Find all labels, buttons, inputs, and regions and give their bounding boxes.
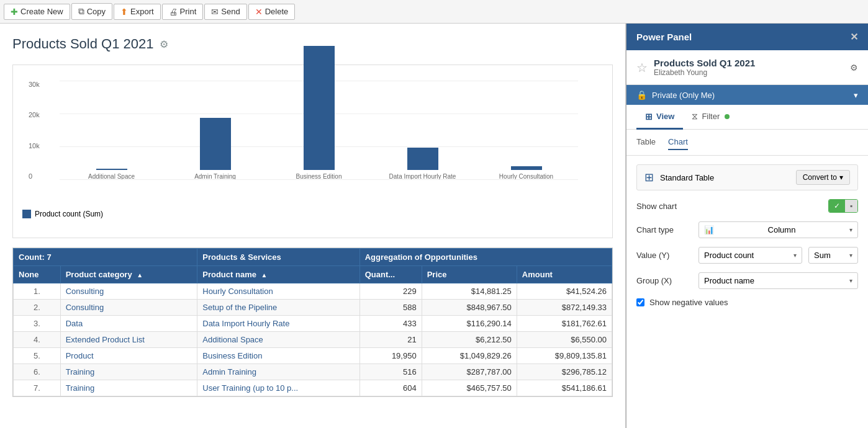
row-num: 7. — [14, 380, 61, 396]
table-row: 1. Consulting Hourly Consultation 229 $1… — [14, 283, 612, 300]
toggle-off-state: ▪ — [845, 200, 857, 212]
table-type-row: ⊞ Standard Table Convert to ▾ — [636, 164, 858, 190]
pp-gear-icon[interactable]: ⚙ — [850, 63, 858, 73]
col-product-name[interactable]: Product name ▲ — [197, 266, 359, 283]
row-price: $287,787.00 — [422, 364, 517, 380]
page-title: Products Sold Q1 2021 — [12, 36, 153, 52]
value-y-value: Product count — [704, 251, 754, 260]
bar-group-4: Data Import Hourly Rate — [371, 148, 474, 180]
row-product: Hourly Consultation — [197, 283, 359, 300]
row-qty: 433 — [359, 316, 422, 332]
row-num: 4. — [14, 332, 61, 348]
bar-chart: 30k 20k 10k 0 Additional Space — [22, 74, 603, 198]
group-x-chevron: ▾ — [849, 277, 852, 284]
row-amount: $41,524.26 — [517, 283, 612, 300]
row-price: $1,049,829.26 — [422, 348, 517, 364]
pp-report-name: Products Sold Q1 2021 — [654, 58, 844, 68]
chart-type-value: Column — [768, 225, 796, 234]
agg-header: Aggregation of Opportunities — [359, 249, 612, 266]
subtab-chart[interactable]: Chart — [668, 135, 688, 150]
pp-header: Power Panel ✕ — [626, 24, 868, 50]
row-price: $14,881.25 — [422, 283, 517, 300]
export-icon: ⬆ — [120, 7, 128, 17]
pp-subtabs-row: Table Chart — [626, 130, 868, 156]
chart-container: 30k 20k 10k 0 Additional Space — [12, 65, 613, 238]
delete-icon: ✕ — [255, 7, 263, 17]
show-negative-label[interactable]: Show negative values — [649, 298, 728, 307]
row-category: Consulting — [60, 283, 197, 300]
value-y-chevron: ▾ — [793, 252, 797, 259]
row-category: Training — [60, 380, 197, 396]
delete-button[interactable]: ✕ Delete — [248, 4, 296, 20]
row-qty: 588 — [359, 300, 422, 316]
export-button[interactable]: ⬆ Export — [114, 4, 161, 20]
row-product: Additional Space — [197, 332, 359, 348]
table-row: 5. Product Business Edition 19,950 $1,04… — [14, 348, 612, 364]
pp-privacy-text: Private (Only Me) — [652, 91, 849, 100]
row-product: Business Edition — [197, 348, 359, 364]
value-y-label: Value (Y) — [636, 251, 692, 260]
legend-color-box — [22, 210, 31, 218]
value-y-select[interactable]: Product count ▾ — [698, 247, 802, 264]
products-header: Products & Services — [197, 249, 359, 266]
send-button[interactable]: ✉ Send — [204, 4, 246, 20]
y-axis: 30k 20k 10k 0 — [29, 81, 40, 180]
toggle-on-state: ✓ — [829, 200, 845, 212]
row-category: Data — [60, 316, 197, 332]
create-new-button[interactable]: ✚ Create New — [4, 4, 70, 20]
row-amount: $6,550.00 — [517, 332, 612, 348]
row-qty: 604 — [359, 380, 422, 396]
bar-additional-space — [96, 169, 127, 170]
privacy-chevron-icon[interactable]: ▾ — [854, 91, 858, 100]
row-qty: 19,950 — [359, 348, 422, 364]
row-price: $6,212.50 — [422, 332, 517, 348]
power-panel: Power Panel ✕ ☆ Products Sold Q1 2021 El… — [626, 24, 868, 428]
value-y-agg-chevron: ▾ — [849, 252, 852, 259]
table-type-label: Standard Table — [660, 173, 790, 182]
print-button[interactable]: 🖨 Print — [162, 4, 204, 20]
row-product: Admin Training — [197, 364, 359, 380]
favorite-star-icon[interactable]: ☆ — [636, 60, 648, 75]
row-amount: $872,149.33 — [517, 300, 612, 316]
row-category: Extended Product List — [60, 332, 197, 348]
table-row: 4. Extended Product List Additional Spac… — [14, 332, 612, 348]
value-y-agg-select[interactable]: Sum ▾ — [808, 247, 858, 264]
group-x-select[interactable]: Product name ▾ — [698, 272, 858, 289]
group-x-value: Product name — [704, 276, 754, 285]
col-product-category[interactable]: Product category ▲ — [60, 266, 197, 283]
copy-button[interactable]: ⧉ Copy — [71, 3, 112, 20]
tab-filter[interactable]: ⧖ Filter — [683, 105, 738, 130]
send-icon: ✉ — [211, 7, 219, 17]
tab-view[interactable]: ⊞ View — [636, 105, 683, 130]
table-row: 2. Consulting Setup of the Pipeline 588 … — [14, 300, 612, 316]
show-chart-toggle[interactable]: ✓ ▪ — [828, 199, 858, 213]
convert-to-button[interactable]: Convert to ▾ — [796, 170, 850, 185]
tab-view-label: View — [656, 112, 674, 121]
table-body: 1. Consulting Hourly Consultation 229 $1… — [14, 283, 612, 396]
col-amount: Amount — [517, 266, 612, 283]
bar-group-2: Admin Training — [163, 118, 267, 180]
convert-chevron-icon: ▾ — [839, 173, 843, 182]
row-amount: $296,785.12 — [517, 364, 612, 380]
pp-privacy-row: 🔒 Private (Only Me) ▾ — [626, 85, 868, 105]
count-header: Count: 7 — [14, 249, 197, 266]
subtab-table[interactable]: Table — [636, 135, 656, 150]
pp-report-info: Products Sold Q1 2021 Elizabeth Young — [654, 58, 844, 77]
col-quantity: Quant... — [359, 266, 422, 283]
pp-tabs-row: ⊞ View ⧖ Filter — [626, 105, 868, 130]
pp-report-author: Elizabeth Young — [654, 68, 844, 77]
row-product: Setup of the Pipeline — [197, 300, 359, 316]
data-table-wrap: Count: 7 Products & Services Aggregation… — [12, 247, 613, 397]
show-negative-row: Show negative values — [636, 298, 858, 307]
pp-body: ⊞ Standard Table Convert to ▾ Show chart… — [626, 156, 868, 428]
value-y-agg-value: Sum — [814, 251, 831, 260]
show-negative-checkbox[interactable] — [636, 298, 644, 306]
chart-legend: Product count (Sum) — [22, 210, 603, 218]
pp-close-button[interactable]: ✕ — [850, 31, 858, 43]
row-price: $848,967.50 — [422, 300, 517, 316]
show-chart-row: Show chart ✓ ▪ — [636, 199, 858, 213]
settings-icon[interactable]: ⚙ — [160, 38, 168, 50]
chart-type-select[interactable]: 📊 Column ▾ — [698, 221, 858, 238]
copy-icon: ⧉ — [78, 6, 84, 17]
main-area: Products Sold Q1 2021 ⚙ 30k 20k 10k 0 — [0, 24, 868, 428]
